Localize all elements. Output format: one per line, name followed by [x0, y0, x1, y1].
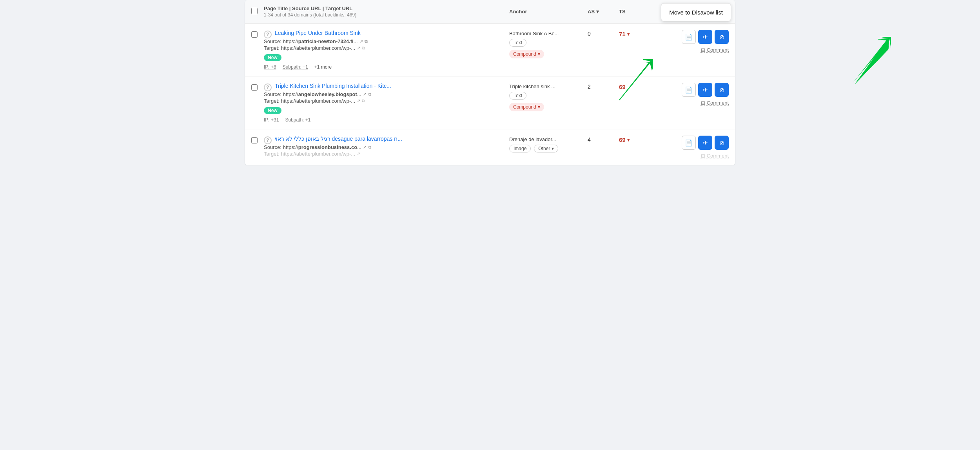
row-1-as-col: 0	[588, 30, 619, 37]
row-1-checkbox[interactable]	[251, 30, 264, 39]
row-3-ts-col: 69 ▾	[619, 136, 650, 143]
row-3-block-button[interactable]: ⊘	[715, 136, 729, 150]
row-3-page-button[interactable]: 📄	[682, 136, 696, 150]
header-title: Page Title | Source URL | Target URL	[264, 5, 509, 11]
row-2-block-button[interactable]: ⊘	[715, 83, 729, 97]
row-2-anchor-text: Triple kitchen sink ...	[509, 83, 588, 89]
header-ts-col: TS	[619, 9, 650, 15]
row-3-info: ? רגיל באופן כללי לא ראוי desague para l…	[264, 136, 509, 158]
row-1-meta: IP: +8 Subpath: +1 +1 more	[264, 64, 509, 70]
source-url: https://progressionbusiness.co...	[283, 144, 361, 150]
target-url: https://abetterplumber.com/wp-...	[281, 45, 355, 51]
comment-icon: ⊞	[701, 47, 705, 53]
row-1-comment-link[interactable]: ⊞ Comment	[701, 47, 729, 53]
header-as-col: AS ▾	[588, 9, 619, 15]
source-url: https://angelowheeley.blogspot...	[283, 91, 361, 97]
row-2-compound-badge[interactable]: Compound ▾	[509, 103, 544, 111]
row-2-subpath[interactable]: Subpath: +1	[285, 117, 310, 123]
row-1-check-input[interactable]	[251, 31, 258, 38]
target-copy-icon[interactable]: ⧉	[362, 98, 365, 103]
row-1-compound-badge[interactable]: Compound ▾	[509, 50, 544, 58]
row-1-page-button[interactable]: 📄	[682, 30, 696, 44]
row-2-as-col: 2	[588, 83, 619, 90]
row-1-ts-col: 71 ▾	[619, 30, 650, 37]
row-2-ip[interactable]: IP: +31	[264, 117, 279, 123]
row-2-meta: IP: +31 Subpath: +1	[264, 117, 509, 123]
target-label: Target:	[264, 151, 279, 157]
compound-chevron-icon: ▾	[538, 104, 540, 110]
target-external-link-icon[interactable]: ↗	[357, 45, 360, 51]
header-anchor-col: Anchor	[509, 9, 588, 15]
row-3-target-line: Target: https://abetterplumber.com/wp-..…	[264, 151, 509, 157]
row-1-type-text-badge: Text	[509, 39, 526, 47]
row-1-send-button[interactable]: ✈	[698, 30, 712, 44]
row-3-anchor-col: Drenaje de lavador... Image Other ▾	[509, 136, 588, 154]
target-external-link-icon[interactable]: ↗	[357, 151, 360, 156]
row-3-title[interactable]: רגיל באופן כללי לא ראוי desague para lav…	[275, 136, 402, 142]
badge-new: New	[264, 54, 281, 61]
row-3-source-line: Source: https://progressionbusiness.co..…	[264, 144, 509, 150]
target-label: Target:	[264, 98, 279, 104]
ts-chevron-icon: ▾	[627, 137, 630, 143]
other-chevron-icon: ▾	[552, 146, 554, 151]
row-1-ts-value: 71 ▾	[619, 31, 650, 37]
source-copy-icon[interactable]: ⧉	[365, 39, 368, 44]
row-2-checkbox[interactable]	[251, 83, 264, 92]
row-3-actions: 📄 ✈ ⊘ ⊞ Comment	[650, 136, 729, 159]
row-2-anchor-col: Triple kitchen sink ... Text Compound ▾	[509, 83, 588, 111]
comment-icon-disabled: ⊞	[701, 153, 705, 159]
svg-marker-6	[854, 38, 889, 83]
table-header: Page Title | Source URL | Target URL 1-3…	[245, 0, 735, 24]
row-1-more[interactable]: +1 more	[314, 64, 332, 70]
row-2-info: ? Triple Kitchen Sink Plumbing Installat…	[264, 83, 509, 123]
row-2-send-button[interactable]: ✈	[698, 83, 712, 97]
row-1-anchor-col: Bathroom Sink A Be... Text Compound ▾	[509, 30, 588, 58]
row-1-anchor-text: Bathroom Sink A Be...	[509, 31, 588, 36]
help-icon: ?	[264, 31, 272, 38]
comment-icon: ⊞	[701, 100, 705, 106]
table-row: ? Triple Kitchen Sink Plumbing Installat…	[245, 76, 735, 129]
target-url: https://abetterplumber.com/wp-...	[281, 98, 355, 104]
svg-marker-5	[853, 37, 891, 83]
source-external-link-icon[interactable]: ↗	[359, 39, 363, 44]
green-arrow-overlay	[849, 31, 904, 87]
source-label: Source:	[264, 91, 281, 97]
header-title-group: Page Title | Source URL | Target URL 1-3…	[264, 5, 509, 18]
source-external-link-icon[interactable]: ↗	[363, 92, 367, 97]
disavow-tooltip[interactable]: Move to Disavow list	[661, 3, 731, 22]
row-3-check-input[interactable]	[251, 137, 258, 143]
help-icon: ?	[264, 83, 272, 91]
row-3-image-badge: Image	[509, 145, 531, 152]
row-1-actions: 📄 ✈ ⊘ ⊞ Comment	[650, 30, 729, 53]
row-1-target-line: Target: https://abetterplumber.com/wp-..…	[264, 45, 509, 51]
row-2-comment-link[interactable]: ⊞ Comment	[701, 100, 729, 106]
row-1-block-button[interactable]: ⊘	[715, 30, 729, 44]
row-1-action-buttons: 📄 ✈ ⊘	[682, 30, 729, 44]
row-2-page-button[interactable]: 📄	[682, 83, 696, 97]
row-2-ts-col: 69	[619, 83, 650, 90]
select-all-checkbox[interactable]	[251, 8, 264, 15]
table-row: ? Leaking Pipe Under Bathroom Sink Sourc…	[245, 24, 735, 76]
row-2-type-text-badge: Text	[509, 92, 526, 100]
row-1-subpath[interactable]: Subpath: +1	[283, 64, 308, 70]
target-url: https://abetterplumber.com/wp-...	[281, 151, 355, 157]
row-2-ts-value: 69	[619, 83, 650, 90]
row-2-check-input[interactable]	[251, 84, 258, 91]
row-2-title[interactable]: Triple Kitchen Sink Plumbing Installatio…	[275, 83, 391, 89]
row-3-other-badge[interactable]: Other ▾	[534, 145, 558, 152]
row-2-actions: 📄 ✈ ⊘ ⊞ Comment	[650, 83, 729, 106]
source-copy-icon[interactable]: ⧉	[368, 145, 371, 150]
source-copy-icon[interactable]: ⧉	[368, 92, 371, 97]
header-subtitle: 1-34 out of 34 domains (total backlinks:…	[264, 12, 509, 18]
as-sort-icon[interactable]: ▾	[596, 9, 599, 15]
source-external-link-icon[interactable]: ↗	[363, 145, 367, 150]
row-1-source-line: Source: https://patricia-newton-7324.fi.…	[264, 38, 509, 44]
target-copy-icon[interactable]: ⧉	[362, 45, 365, 51]
row-1-ip[interactable]: IP: +8	[264, 64, 276, 70]
row-3-send-button[interactable]: ✈	[698, 136, 712, 150]
help-icon: ?	[264, 136, 272, 144]
select-all-input[interactable]	[251, 8, 258, 14]
row-1-title[interactable]: Leaking Pipe Under Bathroom Sink	[275, 30, 361, 36]
row-3-checkbox[interactable]	[251, 136, 264, 145]
target-external-link-icon[interactable]: ↗	[357, 98, 360, 103]
